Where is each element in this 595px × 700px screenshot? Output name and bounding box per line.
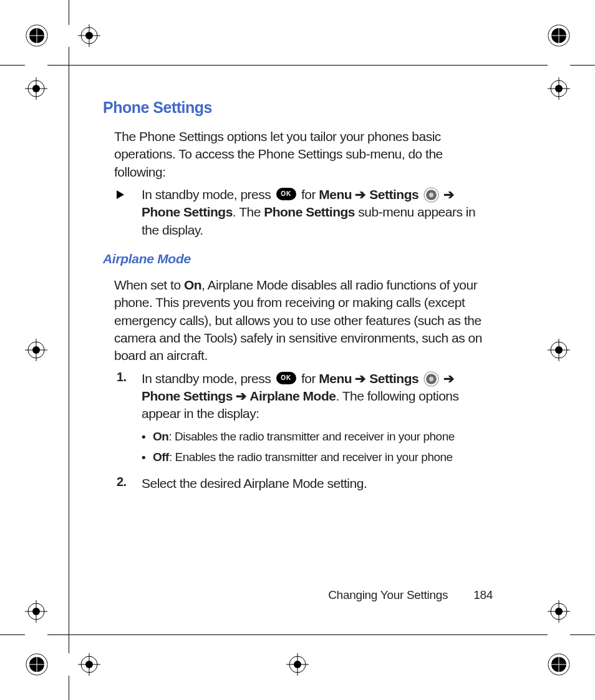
step-2: 2. Select the desired Airplane Mode sett… xyxy=(114,475,493,492)
crop-target-icon xyxy=(548,77,570,100)
crop-line xyxy=(47,65,548,66)
bullet-icon: • xyxy=(142,449,153,466)
step-triangle: In standby mode, press OK for Menu ➔ Set… xyxy=(114,186,493,239)
crop-line xyxy=(47,634,548,635)
heading-airplane-mode: Airplane Mode xyxy=(103,251,493,266)
step-2-body: Select the desired Airplane Mode setting… xyxy=(142,475,367,492)
step-number: 2. xyxy=(114,475,142,492)
on-label: On xyxy=(153,430,168,443)
crop-target-icon xyxy=(548,600,570,623)
crop-target-icon xyxy=(548,339,570,361)
bullet-off: • Off: Enables the radio transmitter and… xyxy=(142,449,493,466)
menu-label: Menu xyxy=(319,371,352,386)
text: : Disables the radio transmitter and rec… xyxy=(168,430,454,443)
text: : Enables the radio transmitter and rece… xyxy=(169,450,453,464)
crop-line xyxy=(69,47,69,653)
ok-button-icon: OK xyxy=(276,372,296,384)
text: . The xyxy=(233,205,264,219)
crop-mark-icon xyxy=(546,651,572,678)
phone-settings-label: Phone Settings xyxy=(142,205,233,219)
step-number: 1. xyxy=(114,370,142,470)
arrow-icon: ➔ xyxy=(233,389,249,403)
bullet-icon: • xyxy=(142,428,153,445)
phone-settings-label: Phone Settings xyxy=(142,389,233,403)
crop-target-icon xyxy=(78,24,100,47)
settings-label: Settings xyxy=(369,371,418,386)
crop-line xyxy=(0,634,25,635)
svg-point-57 xyxy=(428,377,433,381)
gear-icon xyxy=(423,371,439,387)
page-footer: Changing Your Settings 184 xyxy=(103,588,493,602)
crop-target-icon xyxy=(25,77,47,100)
crop-target-icon xyxy=(25,339,47,361)
ok-button-icon: OK xyxy=(276,188,296,200)
off-label: Off xyxy=(153,450,169,464)
step-1-body: In standby mode, press OK for Menu ➔ Set… xyxy=(142,370,493,470)
page-number: 184 xyxy=(473,588,493,602)
chapter-title: Changing Your Settings xyxy=(328,588,448,601)
airplane-mode-label: Airplane Mode xyxy=(249,389,336,403)
crop-target-icon xyxy=(25,600,47,623)
text: In standby mode, press xyxy=(142,187,274,202)
arrow-icon: ➔ xyxy=(352,187,369,202)
crop-line xyxy=(0,65,25,66)
gear-icon xyxy=(423,187,439,203)
text: for xyxy=(298,371,319,386)
step-1: 1. In standby mode, press OK for Menu ➔ … xyxy=(114,370,493,470)
text: When set to xyxy=(114,278,184,292)
phone-settings-bold: Phone Settings xyxy=(264,205,355,219)
arrow-icon: ➔ xyxy=(443,187,455,202)
page-content: Phone Settings The Phone Settings option… xyxy=(103,99,493,497)
step-triangle-body: In standby mode, press OK for Menu ➔ Set… xyxy=(142,186,493,239)
heading-phone-settings: Phone Settings xyxy=(103,99,493,117)
crop-target-icon xyxy=(286,653,309,676)
crop-line xyxy=(570,634,595,635)
crop-mark-icon xyxy=(546,22,572,49)
text: In standby mode, press xyxy=(142,371,274,386)
arrow-icon: ➔ xyxy=(443,371,455,386)
crop-line xyxy=(69,676,69,700)
arrow-icon: ➔ xyxy=(352,371,369,386)
bullet-on: • On: Disables the radio transmitter and… xyxy=(142,428,493,445)
on-label: On xyxy=(184,278,201,292)
airplane-paragraph: When set to On, Airplane Mode disables a… xyxy=(114,276,493,365)
crop-line xyxy=(69,0,69,25)
text: for xyxy=(298,187,319,202)
svg-point-54 xyxy=(428,193,433,197)
settings-label: Settings xyxy=(369,187,418,202)
crop-mark-icon xyxy=(24,651,50,678)
crop-target-icon xyxy=(78,653,100,676)
triangle-bullet-icon xyxy=(114,186,142,239)
menu-label: Menu xyxy=(319,187,352,202)
crop-line xyxy=(570,65,595,66)
crop-mark-icon xyxy=(24,22,50,49)
intro-paragraph: The Phone Settings options let you tailo… xyxy=(114,128,493,181)
